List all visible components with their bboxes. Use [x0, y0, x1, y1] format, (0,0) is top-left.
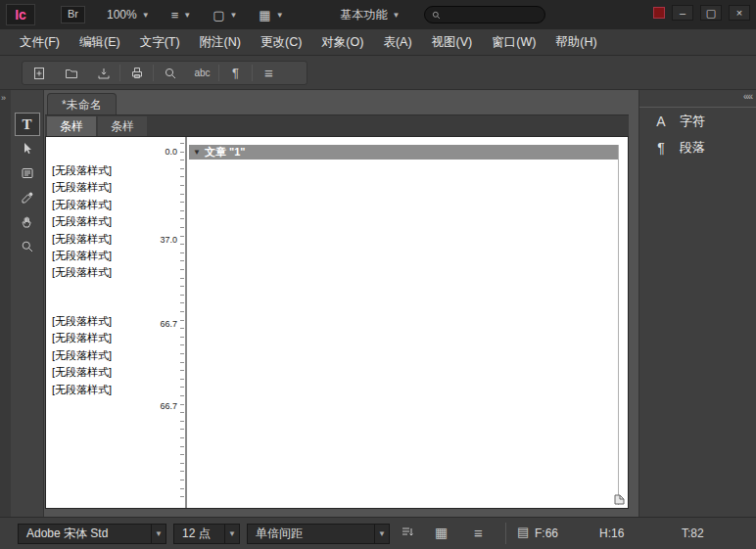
menu-item[interactable]: 更改(C)	[251, 29, 311, 56]
incopy-window: Ic Br 100% ▼ ≡ ▼ ▢ ▼ ▦ ▼ 基本功能 ▼	[0, 0, 756, 549]
app-badge	[653, 7, 665, 19]
search-box[interactable]	[424, 6, 545, 23]
paragraph-style-label: [无段落样式]	[52, 179, 146, 196]
hand-tool-icon	[20, 214, 35, 230]
chevron-down-icon: ▼	[224, 525, 239, 543]
application-toolbar: abc ¶ ≡	[0, 56, 756, 90]
line-spacing-dropdown[interactable]: 单倍间距 ▼	[247, 524, 390, 544]
panel-item[interactable]: A 字符	[639, 108, 756, 134]
chevron-down-icon: ▼	[393, 11, 401, 20]
menu-item[interactable]: 附注(N)	[190, 29, 251, 56]
new-document-button[interactable]	[23, 62, 55, 84]
titlebar: Ic Br 100% ▼ ≡ ▼ ▢ ▼ ▦ ▼ 基本功能 ▼	[0, 0, 756, 29]
paragraph-style-label: [无段落样式]	[52, 162, 146, 179]
ruler-mark: 0.0	[165, 147, 177, 157]
font-family-dropdown[interactable]: Adobe 宋体 Std ▼	[18, 524, 166, 544]
panel-item-icon: A	[651, 114, 671, 129]
menubar: 文件(F)编辑(E)文字(T)附注(N)更改(C)对象(O)表(A)视图(V)窗…	[0, 29, 756, 56]
statusbar: Adobe 宋体 Std ▼ 12 点 ▼ 单倍间距 ▼ ▦ ≡ ▤ F:66H…	[0, 517, 756, 549]
counter-value: T:82	[682, 526, 704, 540]
chevron-down-icon: ▼	[229, 11, 237, 20]
chevron-down-icon: ▼	[276, 11, 284, 20]
paragraph-style-label: [无段落样式]	[52, 364, 146, 381]
eyedropper-tool-icon	[20, 190, 35, 206]
hand-tool[interactable]	[15, 210, 40, 234]
text-stats-icon: ▤	[517, 525, 529, 539]
workspace-switcher[interactable]: 基本功能 ▼	[341, 7, 401, 23]
type-tool[interactable]: T	[15, 113, 40, 136]
document-window: *未命名 条样条样 [无段落样式][无段落样式][无段落样式][无段落样式][无…	[45, 90, 629, 509]
search-input[interactable]	[447, 9, 533, 21]
chevron-down-icon: ▼	[142, 11, 150, 20]
show-hidden-characters-button[interactable]: ¶	[219, 62, 252, 84]
menu-item[interactable]: 帮助(H)	[545, 29, 606, 56]
chevron-down-icon: ▼	[151, 525, 165, 543]
menu-item[interactable]: 视图(V)	[422, 29, 483, 56]
view-tabs-strip: 条样条样	[45, 114, 629, 136]
galley-splitter[interactable]	[185, 137, 187, 508]
menu-item[interactable]: 对象(O)	[311, 29, 373, 56]
panel-item-icon: ¶	[651, 140, 671, 156]
zoom-dropdown[interactable]: 100% ▼	[107, 8, 150, 22]
paragraph-style-label: [无段落样式]	[52, 248, 146, 264]
menu-item[interactable]: 表(A)	[373, 29, 421, 56]
toolbar-menu-button[interactable]: ≡	[253, 62, 285, 84]
view-options-dropdown[interactable]: ≡ ▼	[171, 8, 192, 23]
screen-mode-dropdown[interactable]: ▢ ▼	[213, 8, 237, 23]
panel-item[interactable]: ¶ 段落	[639, 134, 756, 160]
spellcheck-button[interactable]: abc	[186, 62, 218, 84]
minimize-button[interactable]: –	[672, 5, 693, 21]
ruler-mark: 37.0	[160, 235, 177, 245]
panel-item-label: 段落	[680, 139, 705, 157]
document-tab[interactable]: *未命名	[47, 93, 117, 114]
maximize-button[interactable]: ▢	[700, 5, 722, 21]
info-grid-icon[interactable]: ▦	[435, 525, 448, 540]
collapse-dock-icon[interactable]: ««	[743, 91, 752, 102]
window-controls: – ▢ ×	[653, 5, 750, 21]
note-tool[interactable]	[15, 161, 40, 185]
chevron-down-icon: ▼	[183, 11, 191, 20]
page-curl-icon[interactable]	[613, 493, 626, 506]
open-folder-button[interactable]	[55, 62, 87, 84]
paragraph-style-label: [无段落样式]	[52, 330, 146, 346]
statusbar-menu-icon[interactable]: ≡	[474, 525, 483, 541]
eyedropper-tool[interactable]	[15, 186, 40, 209]
find-button[interactable]	[154, 62, 186, 84]
zoom-tool[interactable]	[15, 235, 40, 258]
paragraph-style-label: [无段落样式]	[52, 264, 146, 281]
search-icon	[431, 10, 442, 21]
ruler-mark: 66.7	[160, 401, 177, 411]
paragraph-style-label: [无段落样式]	[52, 347, 146, 364]
paragraph-style-label: [无段落样式]	[52, 213, 146, 230]
view-tab-story[interactable]: 条样	[98, 116, 147, 137]
arrange-documents-icon: ▦	[259, 8, 270, 23]
dock-items: A 字符 ¶ 段落	[639, 108, 756, 160]
close-button[interactable]: ×	[729, 5, 750, 21]
menu-item[interactable]: 编辑(E)	[70, 29, 130, 56]
bridge-button[interactable]: Br	[61, 6, 85, 23]
print-button[interactable]	[120, 62, 153, 84]
expand-panel-icon[interactable]: »	[1, 93, 6, 103]
arrange-documents-dropdown[interactable]: ▦ ▼	[259, 8, 283, 23]
paragraph-style-label: [无段落样式]	[52, 313, 146, 330]
position-tool[interactable]	[15, 137, 40, 160]
menu-item[interactable]: 文件(F)	[10, 29, 70, 56]
incopy-logo: Ic	[6, 4, 35, 25]
view-tab-galley[interactable]: 条样	[47, 116, 96, 137]
left-dock-rail: »	[0, 90, 11, 517]
font-family-value: Adobe 宋体 Std	[19, 526, 151, 542]
type-tool-icon: T	[22, 116, 31, 133]
story-area[interactable]: ▼ 文章 "1"	[189, 145, 619, 505]
ruler-ticks	[180, 143, 184, 502]
save-button[interactable]	[87, 62, 119, 84]
leading-icon[interactable]	[400, 525, 415, 540]
menu-item[interactable]: 窗口(W)	[482, 29, 545, 56]
collapse-triangle-icon[interactable]: ▼	[193, 148, 201, 157]
depth-ruler: 0.037.066.766.7	[144, 137, 177, 508]
statusbar-separator	[505, 523, 506, 544]
counter-value: H:16	[599, 526, 624, 540]
menu-item[interactable]: 文字(T)	[130, 29, 190, 56]
paragraph-style-column: [无段落样式][无段落样式][无段落样式][无段落样式][无段落样式]	[52, 313, 146, 398]
font-size-dropdown[interactable]: 12 点 ▼	[173, 524, 240, 544]
zoom-tool-icon	[20, 239, 35, 254]
